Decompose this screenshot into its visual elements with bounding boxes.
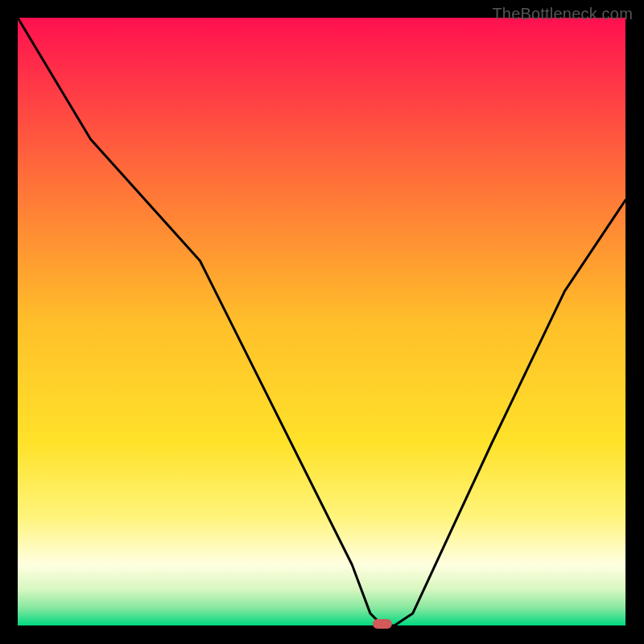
watermark-text: TheBottleneck.com	[492, 5, 633, 23]
optimal-point-marker	[373, 619, 392, 629]
chart-container: TheBottleneck.com	[0, 0, 644, 644]
bottleneck-chart	[0, 0, 644, 644]
chart-background-gradient	[18, 18, 625, 625]
